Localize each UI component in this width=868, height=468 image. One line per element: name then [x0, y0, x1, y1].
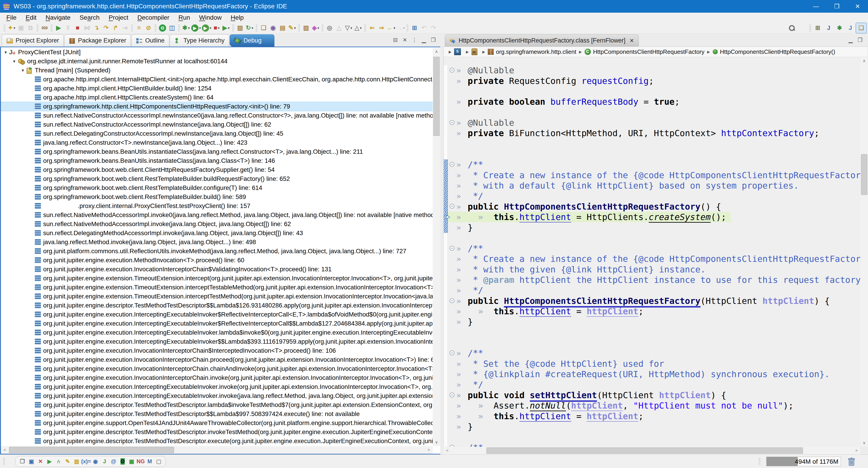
- stack-frame-row[interactable]: org.springframework.boot.web.client.Rest…: [1, 192, 433, 201]
- stack-frame-row[interactable]: org.junit.jupiter.engine.execution.Inter…: [1, 382, 433, 392]
- jmx-console-icon[interactable]: M: [145, 457, 154, 466]
- close-button[interactable]: ✕: [847, 0, 868, 13]
- import-icon[interactable]: ▧: [301, 23, 311, 33]
- restore-view-icon[interactable]: ❐: [18, 457, 27, 466]
- redo-icon[interactable]: ↷: [429, 23, 438, 33]
- breakpoints-view-icon[interactable]: ◉: [91, 457, 100, 466]
- tab-debug[interactable]: Debug: [230, 34, 274, 46]
- scrapbook-icon[interactable]: ✎: [63, 457, 72, 466]
- stack-frame-row[interactable]: org.junit.jupiter.engine.execution.Invoc…: [1, 373, 433, 382]
- stack-frame-row[interactable]: org.junit.jupiter.engine.descriptor.Test…: [1, 409, 433, 418]
- stack-frame-row[interactable]: org.springframework.boot.web.client.Rest…: [1, 174, 433, 183]
- coverage-icon[interactable]: ▶▾: [202, 23, 212, 33]
- breadcrumb-item[interactable]: org.springframework.http.client: [488, 49, 576, 55]
- view-menu-icon[interactable]: ⋮: [410, 36, 419, 44]
- console-view-icon[interactable]: ▣: [27, 457, 36, 466]
- tree-expanded-chevron-icon[interactable]: ▾: [20, 68, 26, 73]
- collapse-fold-icon[interactable]: −: [450, 298, 455, 303]
- resume-icon[interactable]: ▶: [54, 23, 63, 33]
- run-icon[interactable]: ▶▾: [191, 23, 202, 33]
- new-window-icon[interactable]: ▢: [154, 457, 163, 466]
- annotations-icon[interactable]: @: [109, 457, 118, 466]
- step-return-icon[interactable]: ↱: [111, 23, 120, 33]
- external-tools-icon[interactable]: ▶▾: [221, 23, 231, 33]
- breadcrumb-item[interactable]: [471, 49, 480, 55]
- open-perspective-icon[interactable]: ⊞: [813, 23, 823, 33]
- testng-icon[interactable]: NG: [136, 457, 145, 466]
- stack-frame-row[interactable]: org.junit.jupiter.engine.execution.Invoc…: [1, 346, 433, 355]
- mark-occurrences-icon[interactable]: ◎: [325, 23, 334, 33]
- stack-frame-row[interactable]: org.junit.jupiter.engine.execution.Invoc…: [1, 364, 433, 373]
- undo-icon[interactable]: ↶: [419, 23, 429, 33]
- stack-frame-row[interactable]: org.apache.http.impl.client.HttpClients.…: [1, 93, 433, 102]
- last-edit-back-icon[interactable]: ⇐: [367, 23, 377, 33]
- back-icon[interactable]: ←▾: [386, 23, 396, 33]
- debug-icon[interactable]: ✱▾: [181, 23, 191, 33]
- link-with-editor-icon[interactable]: ⊞: [410, 23, 419, 33]
- tab-project-explorer[interactable]: Project Explorer: [2, 34, 64, 46]
- disconnect-icon[interactable]: ⋈: [82, 23, 92, 33]
- step-into-icon[interactable]: ↴: [92, 23, 101, 33]
- stack-frame-row[interactable]: org.junit.jupiter.engine.execution.Invoc…: [1, 265, 433, 274]
- stack-frame-row[interactable]: org.junit.jupiter.engine.execution.Inter…: [1, 310, 433, 319]
- previous-annotation-icon[interactable]: △▾: [353, 23, 363, 33]
- stack-frame-row[interactable]: sun.reflect.NativeMethodAccessorImpl.inv…: [1, 211, 433, 220]
- step-over-icon[interactable]: ↷: [101, 23, 111, 33]
- new-java-project-icon[interactable]: ▨: [235, 23, 245, 33]
- java-perspective-icon[interactable]: J: [824, 23, 834, 33]
- stack-frame-row[interactable]: org.junit.jupiter.engine.support.OpenTes…: [1, 418, 433, 428]
- stack-frame-row[interactable]: sun.reflect.NativeConstructorAccessorImp…: [1, 111, 433, 120]
- tab-package-explorer[interactable]: Package Explorer: [64, 34, 131, 46]
- menu-project[interactable]: Project: [104, 13, 133, 23]
- breadcrumb-item[interactable]: HttpComponentsClientHttpRequestFactory(): [713, 49, 835, 55]
- menu-navigate[interactable]: Navigate: [41, 13, 75, 23]
- highlighter-icon[interactable]: ✎▾: [287, 23, 297, 33]
- suspend-icon[interactable]: ‖: [63, 23, 73, 33]
- forward-icon[interactable]: →▾: [396, 23, 405, 33]
- menu-edit[interactable]: Edit: [21, 13, 41, 23]
- new-class-icon[interactable]: ◉: [268, 23, 278, 33]
- update-decompiled-icon[interactable]: ↻▾: [245, 23, 254, 33]
- minimize-view-icon[interactable]: ▁: [419, 36, 429, 44]
- stack-frame-row[interactable]: sun.reflect.NativeMethodAccessorImpl.inv…: [1, 220, 433, 228]
- stack-frame-row[interactable]: org.springframework.beans.BeanUtils.inst…: [1, 147, 433, 156]
- show-skipped-icon[interactable]: ≡: [134, 23, 144, 33]
- collapse-fold-icon[interactable]: −: [450, 350, 455, 355]
- stack-frame-row[interactable]: sun.reflect.DelegatingConstructorAccesso…: [1, 129, 433, 138]
- class-file-icon[interactable]: 010: [40, 23, 49, 33]
- stack-frame-row[interactable]: org.junit.jupiter.engine.extension.Timeo…: [1, 283, 433, 292]
- code-editor[interactable]: −»@Nullable»private RequestConfig reques…: [443, 57, 860, 447]
- close-tab-icon[interactable]: ✕: [629, 37, 634, 44]
- compare-icon[interactable]: ◈▾: [311, 23, 320, 33]
- menu-help[interactable]: Help: [226, 13, 248, 23]
- new-wizard-icon[interactable]: ✦▾: [7, 23, 16, 33]
- stack-frame-row[interactable]: org.springframework.http.client.HttpComp…: [1, 102, 433, 111]
- stack-frame-row[interactable]: org.junit.platform.commons.util.Reflecti…: [1, 247, 433, 256]
- stack-frame-row[interactable]: org.junit.jupiter.engine.descriptor.Test…: [1, 428, 433, 437]
- java-browsing-perspective-icon[interactable]: J: [845, 23, 856, 33]
- stack-frame-row[interactable]: org.springframework.beans.BeanUtils.inst…: [1, 156, 433, 165]
- stack-frame-row[interactable]: org.junit.jupiter.engine.extension.Timeo…: [1, 292, 433, 301]
- collapse-fold-icon[interactable]: −: [450, 120, 455, 125]
- inspect-icon[interactable]: ◫: [167, 23, 177, 33]
- collapse-fold-icon[interactable]: −: [450, 162, 455, 167]
- spring-boot-dashboard-icon[interactable]: ʘ: [118, 457, 127, 466]
- junit-view-icon[interactable]: J: [100, 457, 109, 466]
- run-garbage-collector-icon[interactable]: [848, 457, 855, 466]
- stack-frame-row[interactable]: org.junit.jupiter.engine.execution.Inter…: [1, 392, 433, 400]
- stack-frame-row[interactable]: org.springframework.boot.web.client.Clie…: [1, 165, 433, 174]
- resource-perspective-icon[interactable]: ❏: [856, 23, 866, 33]
- stack-frame-row[interactable]: org.junit.jupiter.engine.execution.Metho…: [1, 256, 433, 265]
- use-step-filters-icon[interactable]: ⊘: [144, 23, 153, 33]
- open-task-icon[interactable]: ▤: [278, 23, 287, 33]
- tree-horizontal-scrollbar[interactable]: < >: [1, 446, 433, 454]
- collapse-fold-icon[interactable]: −: [450, 204, 455, 209]
- maximize-view-icon[interactable]: ❒: [429, 36, 438, 44]
- stack-frame-row[interactable]: org.junit.jupiter.engine.descriptor.Test…: [1, 437, 433, 446]
- editor-tab[interactable]: HttpComponentsClientHttpRequestFactory.c…: [445, 34, 639, 46]
- panel-sash[interactable]: [440, 33, 443, 455]
- minimize-button[interactable]: —: [806, 0, 827, 13]
- maximize-button[interactable]: ❒: [827, 0, 847, 13]
- breadcrumb-item[interactable]: HttpComponentsClientHttpRequestFactory: [585, 49, 705, 55]
- editor-horizontal-scrollbar[interactable]: < >: [443, 447, 860, 455]
